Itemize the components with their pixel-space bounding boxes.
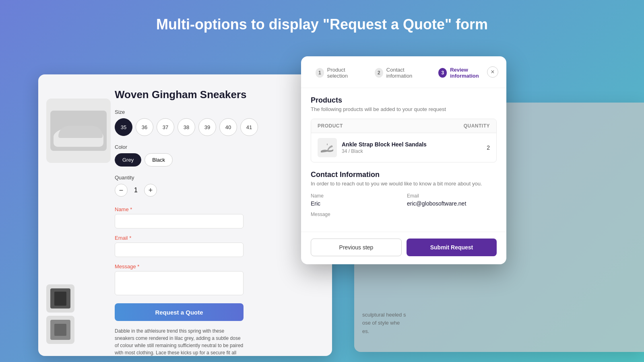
thumbnail-2[interactable] (46, 316, 74, 344)
product-description: Dabble in the athleisure trend this spri… (115, 327, 244, 356)
size-button-35[interactable]: 35 (115, 118, 132, 136)
left-product-card: Woven Gingham Sneakers Size 35 36 37 38 … (38, 74, 332, 356)
email-field-review: Email eric@globosoftware.net (407, 193, 497, 207)
step-2[interactable]: 2 Contact information (370, 64, 430, 81)
modal-close-button[interactable]: × (487, 66, 498, 78)
quantity-increase-button[interactable]: + (144, 184, 157, 197)
email-label: Email * (115, 235, 320, 241)
products-section-subtitle: The following products will be added to … (311, 106, 497, 112)
email-field: Email * (115, 235, 320, 257)
right-card-desc: sculptural heeled sose of style whees. (362, 311, 636, 336)
contact-section: Contact Information In order to to reach… (311, 171, 497, 217)
step-1-number: 1 (316, 68, 324, 78)
thumbnail-strip (46, 284, 74, 344)
product-column-header: Product (318, 123, 343, 129)
product-thumbnail (318, 138, 337, 157)
quantity-value: 1 (134, 187, 138, 194)
step-3-label: Review information (450, 67, 492, 79)
page-title: Multi-options to display "Request a Quot… (0, 0, 644, 45)
products-section: Products The following products will be … (311, 96, 497, 162)
request-quote-button[interactable]: Request a Quote (115, 303, 244, 321)
contact-grid: Name Eric Email eric@globosoftware.net (311, 193, 497, 207)
message-label: Message * (115, 263, 320, 269)
color-label: Color (115, 144, 320, 150)
modal-body: Products The following products will be … (301, 88, 506, 232)
modal-footer: Previous step Submit Request (301, 232, 506, 264)
step-indicator: 1 Product selection 2 Contact informatio… (311, 64, 497, 81)
contact-section-title: Contact Information (311, 171, 497, 179)
thumbnail-1[interactable] (46, 284, 74, 313)
size-label: Size (115, 109, 320, 115)
size-button-38[interactable]: 38 (178, 118, 195, 136)
name-field-review: Name Eric (311, 193, 400, 207)
product-info: Ankle Strap Block Heel Sandals 34 / Blac… (342, 141, 482, 154)
step-2-label: Contact information (386, 67, 426, 79)
size-button-36[interactable]: 36 (136, 118, 153, 136)
quantity-column-header: Quantity (464, 123, 490, 129)
product-thumb-icon (320, 142, 334, 153)
message-field-label: Message (311, 212, 497, 217)
name-field-label: Name (311, 193, 400, 199)
size-button-41[interactable]: 41 (240, 118, 258, 136)
size-button-37[interactable]: 37 (157, 118, 174, 136)
color-black-button[interactable]: Black (144, 153, 173, 167)
name-field-value: Eric (311, 200, 400, 207)
email-field-label: Email (407, 193, 497, 199)
product-title: Woven Gingham Sneakers (115, 86, 320, 101)
email-input[interactable] (115, 243, 244, 257)
submit-request-button[interactable]: Submit Request (407, 239, 497, 256)
color-buttons: Grey Black (115, 153, 320, 167)
name-label: Name * (115, 206, 320, 212)
table-header: Product Quantity (311, 119, 496, 133)
name-input[interactable] (115, 214, 244, 228)
product-name: Ankle Strap Block Heel Sandals (342, 141, 482, 148)
products-table: Product Quantity (311, 119, 497, 162)
size-button-40[interactable]: 40 (219, 118, 237, 136)
email-field-value: eric@globosoftware.net (407, 200, 497, 207)
table-row: Ankle Strap Block Heel Sandals 34 / Blac… (311, 133, 496, 162)
step-1-label: Product selection (327, 67, 362, 79)
step-2-number: 2 (375, 68, 383, 78)
message-input[interactable] (115, 271, 244, 295)
review-modal: 1 Product selection 2 Contact informatio… (301, 56, 506, 264)
quantity-control: − 1 + (115, 184, 320, 197)
contact-section-subtitle: In order to to reach out to you we would… (311, 181, 497, 187)
name-field: Name * (115, 206, 320, 228)
step-3-number: 3 (438, 68, 447, 78)
product-variant: 34 / Black (342, 148, 482, 154)
size-button-39[interactable]: 39 (198, 118, 216, 136)
quantity-label: Quantity (115, 175, 320, 181)
modal-header: 1 Product selection 2 Contact informatio… (301, 56, 506, 88)
message-field: Message * (115, 263, 320, 297)
size-buttons: 35 36 37 38 39 40 41 (115, 118, 320, 136)
message-field-review: Message (311, 212, 497, 217)
product-quantity: 2 (487, 144, 490, 151)
step-1[interactable]: 1 Product selection (311, 64, 367, 81)
color-grey-button[interactable]: Grey (115, 153, 141, 167)
previous-step-button[interactable]: Previous step (311, 239, 402, 256)
quantity-decrease-button[interactable]: − (115, 184, 128, 197)
products-section-title: Products (311, 96, 497, 105)
cards-area: Woven Gingham Sneakers Size 35 36 37 38 … (0, 56, 644, 362)
